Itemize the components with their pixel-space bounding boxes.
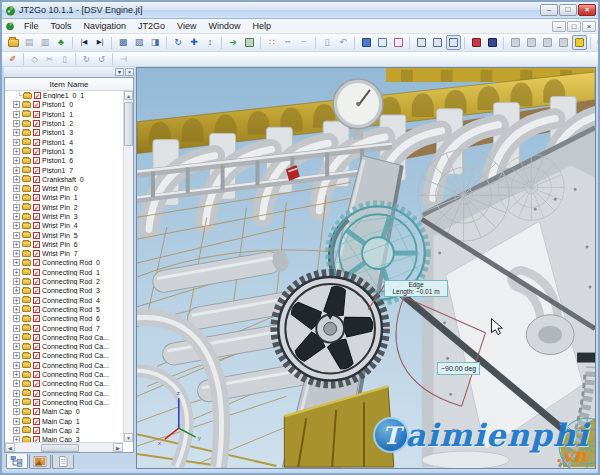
tree-item[interactable]: +✓Piston1_7 (5, 165, 123, 174)
tree-item[interactable]: +✓Connecting Rod_3 (5, 286, 123, 295)
tree-item[interactable]: +✓Crankshaft_0 (5, 175, 123, 184)
expand-icon[interactable]: + (13, 250, 20, 257)
tree-item[interactable]: +✓Main Cap_3 (5, 435, 123, 442)
cube-iso-view-icon[interactable] (414, 35, 429, 50)
menu-jt2go[interactable]: JT2Go (132, 19, 171, 33)
expand-icon[interactable]: + (13, 232, 20, 239)
mdi-restore-button[interactable]: □ (567, 21, 581, 32)
rotate-cw-icon[interactable]: ↻ (80, 53, 94, 66)
tree-item[interactable]: +✓Connecting Rod_4 (5, 296, 123, 305)
full-screen-icon[interactable] (242, 35, 257, 50)
viewport-3d[interactable]: z y x Edge Length: ~0.01 m ~90.00 deg T (136, 67, 596, 469)
expand-icon[interactable]: + (13, 101, 20, 108)
document-tab[interactable] (52, 455, 74, 469)
zoom-area-icon[interactable]: ▧ (132, 35, 147, 50)
tree-item[interactable]: +✓Connecting Rod_1 (5, 268, 123, 277)
tree-item[interactable]: +✓Connecting Rod Ca... (5, 379, 123, 388)
tree-item[interactable]: +✓Main Cap_1 (5, 416, 123, 425)
tree-item[interactable]: +✓Connecting Rod Ca... (5, 342, 123, 351)
open-icon[interactable] (6, 35, 21, 50)
horizontal-scroll-thumb[interactable] (41, 444, 79, 452)
view-preset-2-icon[interactable] (524, 35, 539, 50)
tree-item[interactable]: +✓Main Cap_0 (5, 407, 123, 416)
wireframe-render-icon[interactable] (375, 35, 390, 50)
view-preset-1-icon[interactable] (508, 35, 523, 50)
close-button[interactable]: × (578, 4, 596, 16)
tree-item[interactable]: +✓Connecting Rod Ca... (5, 333, 123, 342)
expand-icon[interactable]: + (13, 157, 20, 164)
delete-markup-icon[interactable]: ▯ (320, 35, 335, 50)
expand-icon[interactable]: + (13, 343, 20, 350)
tree-item[interactable]: +✓Main Cap_2 (5, 426, 123, 435)
hidden-line-render-icon[interactable] (391, 35, 406, 50)
scroll-left-icon[interactable]: ◀ (5, 443, 15, 452)
restore-view-icon[interactable]: ◨ (148, 35, 163, 50)
snap-point-icon[interactable]: ◇ (28, 53, 42, 66)
menu-view[interactable]: View (171, 19, 202, 33)
panel-close-button[interactable]: × (125, 68, 134, 76)
tree-item[interactable]: +✓Wrist Pin_1 (5, 193, 123, 202)
rotate-icon[interactable]: ↻ (171, 35, 186, 50)
save-icon[interactable]: ▤ (22, 35, 37, 50)
expand-icon[interactable]: + (13, 287, 20, 294)
expand-icon[interactable]: + (13, 418, 20, 425)
tree-horizontal-scrollbar[interactable]: ◀ ▶ (5, 442, 123, 452)
menu-file[interactable]: File (18, 19, 45, 33)
expand-icon[interactable]: + (13, 334, 20, 341)
measure-icon[interactable]: ✐ (6, 53, 20, 66)
tree-item[interactable]: +✓Connecting Rod_7 (5, 323, 123, 332)
expand-icon[interactable]: + (13, 390, 20, 397)
tree-item[interactable]: +✓Connecting Rod_6 (5, 314, 123, 323)
view-preset-4-icon[interactable] (556, 35, 571, 50)
tree-item[interactable]: +✓Connecting Rod Ca... (5, 389, 123, 398)
line-style-a-icon[interactable]: ╍ (281, 35, 296, 50)
undo-icon[interactable]: ↶ (336, 35, 351, 50)
tree-item[interactable]: +✓Wrist Pin_7 (5, 249, 123, 258)
menu-window[interactable]: Window (202, 19, 246, 33)
tree-item[interactable]: +✓Connecting Rod Ca... (5, 351, 123, 360)
expand-icon[interactable]: + (13, 297, 20, 304)
expand-icon[interactable]: + (13, 176, 20, 183)
expand-icon[interactable]: + (13, 129, 20, 136)
line-style-b-icon[interactable]: ╌ (297, 35, 312, 50)
tree-item[interactable]: +✓Wrist Pin_0 (5, 184, 123, 193)
pmi-icon[interactable]: PMI (595, 35, 600, 50)
cut-section-icon[interactable]: ✂ (43, 53, 57, 66)
expand-icon[interactable]: + (13, 380, 20, 387)
expand-icon[interactable]: + (13, 408, 20, 415)
jt2go-home-icon[interactable]: ♣ (54, 35, 69, 50)
tree-item[interactable]: +✓Connecting Rod Ca... (5, 370, 123, 379)
expand-icon[interactable]: + (13, 371, 20, 378)
expand-icon[interactable]: + (13, 362, 20, 369)
engine-canvas[interactable]: z y x (137, 68, 595, 468)
expand-icon[interactable]: + (13, 241, 20, 248)
tree-item-root[interactable]: └✓Engine1_0_1 (5, 91, 123, 100)
expand-icon[interactable]: + (13, 399, 20, 406)
scroll-right-icon[interactable]: ▶ (113, 443, 123, 452)
tree-item[interactable]: +✓Piston1_4 (5, 137, 123, 146)
menu-navigation[interactable]: Navigation (78, 19, 133, 33)
expand-icon[interactable]: + (13, 148, 20, 155)
expand-icon[interactable]: + (13, 185, 20, 192)
vertical-scroll-thumb[interactable] (124, 102, 133, 146)
expand-icon[interactable]: + (13, 315, 20, 322)
maximize-button[interactable]: □ (559, 4, 577, 16)
expand-icon[interactable]: + (13, 427, 20, 434)
zoom-icon[interactable]: ↕ (203, 35, 218, 50)
expand-icon[interactable]: + (13, 204, 20, 211)
tree-item[interactable]: +✓Piston1_1 (5, 110, 123, 119)
align-edge-icon[interactable]: ⊣ (117, 53, 131, 66)
image-tab[interactable] (29, 455, 51, 469)
tree-item[interactable]: +✓Connecting Rod_5 (5, 305, 123, 314)
tree-item[interactable]: +✓Connecting Rod_2 (5, 277, 123, 286)
tree-vertical-scrollbar[interactable]: ▲ ▼ (123, 91, 133, 442)
expand-icon[interactable]: + (13, 352, 20, 359)
mdi-minimize-button[interactable]: – (552, 21, 566, 32)
expand-icon[interactable]: + (13, 167, 20, 174)
expand-icon[interactable]: + (13, 278, 20, 285)
expand-icon[interactable]: + (13, 306, 20, 313)
fly-through-icon[interactable]: ➔ (226, 35, 241, 50)
expand-icon[interactable]: + (13, 269, 20, 276)
expand-icon[interactable]: + (13, 259, 20, 266)
tree-item[interactable]: +✓Piston1_3 (5, 128, 123, 137)
